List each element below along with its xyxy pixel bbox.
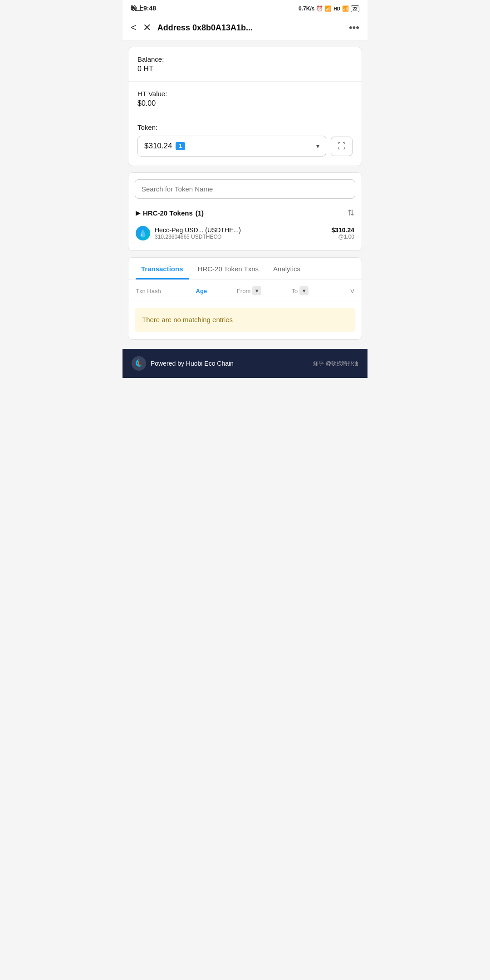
token-badge: 1 <box>176 142 185 150</box>
balance-section: Balance: 0 HT <box>128 47 362 82</box>
to-label: To <box>291 288 298 294</box>
group-name: HRC-20 Tokens <box>143 209 193 217</box>
status-right: 0.7K/s ⏰ 📶 HD 📶 22 <box>299 5 359 12</box>
token-info-col: Heco-Peg USD... (USDTHE...) 310.23604665… <box>155 226 241 240</box>
footer-text: Powered by Huobi Eco Chain <box>151 360 234 367</box>
expand-icon: ⛶ <box>338 142 346 151</box>
more-options-button[interactable]: ••• <box>349 22 359 34</box>
status-time: 晚上9:48 <box>131 5 156 13</box>
chevron-right-icon: ▶ <box>136 210 140 216</box>
nav-header: < ✕ Address 0x8b0A13A1b... ••• <box>122 15 368 40</box>
col-age: Age <box>196 288 237 294</box>
from-filter-icon[interactable]: ▼ <box>252 286 261 295</box>
main-info-card: Balance: 0 HT HT Value: $0.00 Token: $31… <box>128 47 362 166</box>
signal-icon: 📶 <box>325 5 332 12</box>
page-title: Address 0x8b0A13A1b... <box>157 23 343 33</box>
token-symbol-icon: 💧 <box>138 229 147 238</box>
chevron-down-icon: ▾ <box>316 142 319 150</box>
token-label: Token: <box>137 123 353 131</box>
ht-value-section: HT Value: $0.00 <box>128 82 362 116</box>
table-header: Txn Hash Age From ▼ To ▼ V <box>128 280 362 300</box>
token-balance: 310.23604665 USDTHECO <box>155 234 241 240</box>
token-group-title: ▶ HRC-20 Tokens (1) <box>136 209 204 217</box>
no-entries-text: There are no matching entries <box>142 316 233 323</box>
token-item-left: 💧 Heco-Peg USD... (USDTHE...) 310.236046… <box>136 226 241 240</box>
alarm-icon: ⏰ <box>316 5 323 12</box>
tab-transactions[interactable]: Transactions <box>136 258 189 279</box>
token-list-item[interactable]: 💧 Heco-Peg USD... (USDTHE...) 310.236046… <box>128 221 362 245</box>
sort-icon[interactable]: ⇅ <box>348 208 354 218</box>
battery-indicator: 22 <box>351 5 359 12</box>
status-bar: 晚上9:48 0.7K/s ⏰ 📶 HD 📶 22 <box>122 0 368 15</box>
close-button[interactable]: ✕ <box>143 23 151 33</box>
token-usd-value: $310.24 <box>331 226 354 234</box>
footer-credit: 知乎 @砍挨嗨扑油 <box>313 360 358 368</box>
from-label: From <box>237 288 250 294</box>
col-to: To ▼ <box>291 286 332 295</box>
expand-button[interactable]: ⛶ <box>331 137 353 156</box>
back-button[interactable]: < <box>131 23 137 33</box>
huobi-logo-icon <box>132 356 146 371</box>
token-group-header[interactable]: ▶ HRC-20 Tokens (1) ⇅ <box>128 203 362 221</box>
to-filter-icon[interactable]: ▼ <box>299 286 309 295</box>
hd-icon: HD <box>333 6 340 11</box>
wifi-icon: 📶 <box>342 5 349 12</box>
transactions-card: Transactions HRC-20 Token Txns Analytics… <box>128 257 362 340</box>
no-entries-notice: There are no matching entries <box>135 308 355 332</box>
footer-left: Powered by Huobi Eco Chain <box>132 356 234 371</box>
token-search-panel: ▶ HRC-20 Tokens (1) ⇅ 💧 Heco-Peg USD... … <box>128 172 362 251</box>
status-speed: 0.7K/s <box>299 5 314 12</box>
token-name: Heco-Peg USD... (USDTHE...) <box>155 226 241 234</box>
tab-analytics[interactable]: Analytics <box>268 258 306 279</box>
tabs-row: Transactions HRC-20 Token Txns Analytics <box>128 258 362 280</box>
footer: Powered by Huobi Eco Chain 知乎 @砍挨嗨扑油 <box>122 349 368 378</box>
balance-value: 0 HT <box>137 65 353 73</box>
balance-label: Balance: <box>137 55 353 63</box>
token-search-input[interactable] <box>135 179 355 199</box>
ht-value-label: HT Value: <box>137 90 353 98</box>
col-v: V <box>333 288 354 294</box>
token-price: @1.00 <box>331 234 354 240</box>
group-count: (1) <box>196 209 204 217</box>
col-txn-hash: Txn Hash <box>136 288 196 294</box>
token-value-col: $310.24 @1.00 <box>331 226 354 240</box>
ht-value-value: $0.00 <box>137 99 353 108</box>
tab-hrc20-token-txns[interactable]: HRC-20 Token Txns <box>192 258 265 279</box>
col-from: From ▼ <box>237 286 292 295</box>
token-dropdown[interactable]: $310.24 1 ▾ <box>137 136 326 157</box>
token-amount: $310.24 <box>144 142 172 151</box>
token-section: Token: $310.24 1 ▾ ⛶ <box>128 116 362 166</box>
token-row: $310.24 1 ▾ ⛶ <box>137 136 353 157</box>
token-dropdown-left: $310.24 1 <box>144 142 185 151</box>
token-logo-icon: 💧 <box>136 226 150 240</box>
